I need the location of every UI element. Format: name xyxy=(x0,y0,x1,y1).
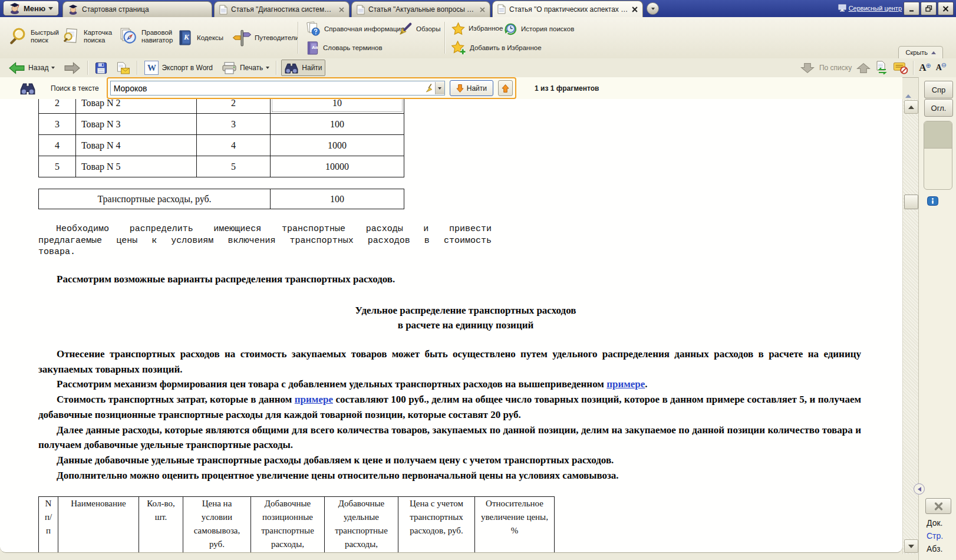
cell-name: Товар N 4 xyxy=(76,135,197,156)
professor-icon xyxy=(68,4,78,15)
header-cell: Относительное увеличение цены, % xyxy=(475,497,555,554)
heading-line: в расчете на единицу позиций xyxy=(71,318,861,332)
print-button[interactable]: Печать xyxy=(219,60,272,75)
tab-article-2[interactable]: Статья "Актуальные вопросы прове... xyxy=(351,1,490,17)
chevron-down-icon xyxy=(48,7,53,10)
mono-line: Необходимо распределить имеющиеся трансп… xyxy=(38,223,492,235)
right-panel: Спр Огл. Док. Стр. Абз. xyxy=(918,77,956,560)
service-center-link[interactable]: Сервисный центр xyxy=(838,4,902,12)
save-button[interactable] xyxy=(93,60,110,75)
paragraph: Отнесение транспортных расходов на стоим… xyxy=(38,347,861,377)
paragraph-text: Рассмотрим механизм формирования цен тов… xyxy=(57,378,606,390)
splitter-collapse-icon[interactable] xyxy=(905,94,911,98)
compass-icon xyxy=(119,27,138,46)
reference-info-button[interactable]: Справочная информация xyxy=(305,21,404,37)
document-icon xyxy=(497,4,506,14)
doc-scope-label[interactable]: Док. xyxy=(927,518,942,528)
minimize-button[interactable] xyxy=(904,2,919,15)
search-history-label: История поисков xyxy=(521,25,574,33)
broom-icon[interactable] xyxy=(424,83,435,93)
cell-qty: 2 xyxy=(197,99,271,114)
magnifier-icon xyxy=(8,27,27,46)
tab-article-3-active[interactable]: Статья "О практических аспектах с... xyxy=(492,1,643,17)
printer-icon xyxy=(222,62,237,74)
cell-name: Товар N 2 xyxy=(76,99,197,114)
header-cell: Добавочные удельные транспортные расходы… xyxy=(325,497,398,554)
cell-num: 3 xyxy=(39,114,76,135)
toolbar-separator xyxy=(913,61,914,75)
find-next-button[interactable]: Найти xyxy=(450,80,493,96)
glossary-button[interactable]: Ая Словарь терминов xyxy=(305,41,383,55)
page-scope-link[interactable]: Стр. xyxy=(927,531,943,541)
tab-article-1[interactable]: Статья "Диагностика системы снаб... xyxy=(214,1,350,17)
find-button[interactable]: Найти xyxy=(281,60,325,76)
chevron-up-icon xyxy=(931,51,936,54)
close-icon[interactable] xyxy=(632,6,638,12)
down-arrow-icon[interactable] xyxy=(800,62,815,74)
hide-label: Скрыть xyxy=(905,49,928,56)
orange-up-arrow-icon xyxy=(502,84,509,93)
search-input[interactable] xyxy=(111,84,424,93)
scroll-down-button[interactable] xyxy=(904,539,918,553)
send-document-button[interactable] xyxy=(114,60,133,75)
codes-button[interactable]: К Кодексы xyxy=(177,29,223,46)
quick-search-button[interactable]: Быстрый поиск xyxy=(8,27,67,46)
font-decrease-button[interactable]: A⊖ xyxy=(936,63,947,73)
search-card-button[interactable]: Карточка поиска xyxy=(61,27,120,46)
cell-price-selected[interactable]: 10 xyxy=(271,99,404,114)
forward-button[interactable] xyxy=(61,60,83,75)
scroll-up-button[interactable] xyxy=(904,100,918,114)
up-arrow-icon[interactable] xyxy=(856,62,871,74)
calculation-table: N п/п Наименование Кол-во, шт. Цена на у… xyxy=(38,496,555,553)
favorites-button[interactable]: Избранное xyxy=(451,22,503,35)
collapse-panel-button[interactable] xyxy=(914,483,925,495)
guides-label: Путеводители xyxy=(255,34,299,42)
info-icon[interactable] xyxy=(927,196,938,206)
signpost-icon xyxy=(232,28,251,47)
scrollbar-thumb[interactable] xyxy=(904,195,918,209)
search-history-button[interactable]: История поисков xyxy=(503,22,574,36)
example-link[interactable]: примере xyxy=(295,394,333,405)
table-row: 5 Товар N 5 5 10000 xyxy=(39,156,404,177)
search-history-dropdown[interactable] xyxy=(435,82,444,94)
tab-list-dropdown[interactable] xyxy=(647,2,659,15)
close-icon[interactable] xyxy=(480,7,485,12)
guides-button[interactable]: Путеводители xyxy=(232,28,299,47)
find-previous-button[interactable] xyxy=(498,80,513,96)
contents-tab-button[interactable]: Огл. xyxy=(924,99,953,117)
paragraph: Данные добавочные удельные транспортные … xyxy=(38,453,861,468)
document-exchange-icon[interactable] xyxy=(875,61,888,75)
document-position-indicator[interactable] xyxy=(924,121,952,190)
example-link[interactable]: примере xyxy=(606,378,645,390)
paragraph-text: Отнесение транспортных расходов на стоим… xyxy=(38,348,861,375)
table-row: 3 Товар N 3 3 100 xyxy=(39,114,404,135)
print-label: Печать xyxy=(240,64,263,72)
cell-price: 100 xyxy=(271,114,404,135)
export-word-button[interactable]: W Экспорт в Word xyxy=(142,60,215,75)
close-icon[interactable] xyxy=(339,7,344,12)
back-button[interactable]: Назад xyxy=(6,60,57,75)
table-row: 4 Товар N 4 4 1000 xyxy=(39,135,404,156)
search-card-label: Карточка поиска xyxy=(84,29,120,44)
document-view[interactable]: 2 Товар N 2 2 10 3 Товар N 3 3 100 4 Тов… xyxy=(0,99,902,553)
section-heading: Удельное распределение транспортных расх… xyxy=(71,303,861,332)
cell-name: Товар N 5 xyxy=(76,156,197,177)
search-input-combo xyxy=(110,81,445,95)
menu-button[interactable]: Меню xyxy=(3,1,59,16)
mono-line: товара. xyxy=(38,246,492,258)
close-search-button[interactable] xyxy=(925,498,951,514)
tab-start-page[interactable]: Стартовая страница xyxy=(62,1,212,17)
add-favorites-button[interactable]: Добавить в Избранное xyxy=(451,41,542,55)
restore-button[interactable] xyxy=(921,2,937,15)
font-increase-button[interactable]: A⊕ xyxy=(919,62,931,74)
legal-navigator-button[interactable]: Правовой навигатор xyxy=(119,27,178,46)
close-window-button[interactable] xyxy=(938,2,954,15)
comments-off-icon[interactable] xyxy=(893,62,908,74)
hide-panel-button[interactable]: Скрыть xyxy=(898,46,943,58)
reviews-button[interactable]: Обзоры xyxy=(398,22,440,36)
paragraph-scope-label[interactable]: Абз. xyxy=(927,544,942,554)
chevron-down-icon xyxy=(51,67,55,69)
reference-tab-button[interactable]: Спр xyxy=(924,81,953,98)
toolbar-separator xyxy=(137,61,138,75)
find-label: Найти xyxy=(302,64,322,72)
